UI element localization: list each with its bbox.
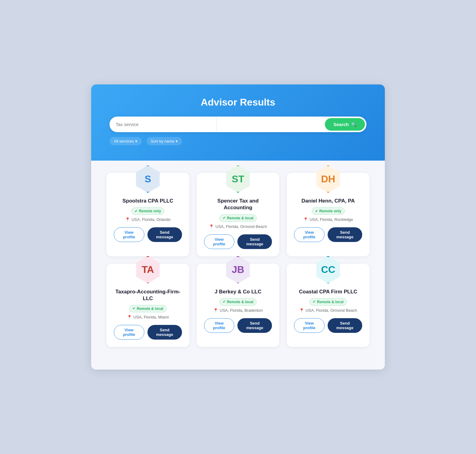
advisor-name: Daniel Henn, CPA, PA bbox=[294, 198, 362, 204]
advisor-card: TA Taxapro-Accounting-Firm-LLC ✔ Remote … bbox=[106, 264, 189, 347]
advisor-name: Taxapro-Accounting-Firm-LLC bbox=[114, 288, 182, 302]
advisor-card: ST Spencer Tax and Accounting ✔ Remote &… bbox=[197, 173, 280, 256]
location-row: 📍 USA, Florida, Orlando bbox=[114, 217, 182, 222]
avatar-initials: ST bbox=[225, 166, 251, 192]
view-profile-button[interactable]: View profile bbox=[294, 318, 325, 333]
all-services-filter[interactable]: All services bbox=[110, 137, 142, 145]
status-badge: ✔ Remote & local bbox=[219, 298, 257, 306]
check-icon: ✔ bbox=[315, 209, 318, 213]
avatar-wrapper: ST bbox=[224, 165, 252, 193]
filters-row: All services Sort by name bbox=[110, 137, 366, 145]
check-icon: ✔ bbox=[223, 216, 225, 220]
advisor-card: JB J Berkey & Co LLC ✔ Remote & local 📍 … bbox=[197, 264, 280, 347]
avatar: DH bbox=[314, 165, 342, 193]
badge-label: Remote & local bbox=[227, 216, 254, 220]
card-actions: View profile Send message bbox=[114, 227, 182, 242]
location-icon: 📍 bbox=[209, 224, 214, 229]
avatar: ST bbox=[224, 165, 252, 193]
avatar: JB bbox=[224, 256, 252, 284]
search-bar: Florida Search 🔍 bbox=[110, 117, 366, 132]
location-row: 📍 USA, Florida, Bradenton bbox=[204, 308, 272, 313]
status-badge: ✔ Remote & local bbox=[309, 298, 347, 306]
location-icon: 📍 bbox=[127, 315, 132, 319]
avatar: S bbox=[134, 165, 162, 193]
avatar-wrapper: DH bbox=[314, 165, 342, 193]
location-text: USA, Florida, Orlando bbox=[132, 217, 170, 222]
avatar-initials: DH bbox=[315, 166, 341, 192]
send-message-button[interactable]: Send message bbox=[328, 318, 362, 333]
avatar-initials: CC bbox=[315, 257, 341, 283]
advisor-card: CC Coastal CPA Firm PLLC ✔ Remote & loca… bbox=[287, 264, 370, 347]
view-profile-button[interactable]: View profile bbox=[294, 227, 325, 242]
card-actions: View profile Send message bbox=[204, 318, 272, 333]
location-row: 📍 USA, Florida, Ormond Beach bbox=[294, 308, 362, 313]
advisors-grid: S Spoolstra CPA PLLC ✔ Remote only 📍 USA… bbox=[106, 173, 370, 347]
page-wrapper: Advisor Results Florida Search 🔍 All ser… bbox=[91, 84, 385, 369]
status-badge: ✔ Remote only bbox=[131, 207, 164, 215]
badge-label: Remote only bbox=[319, 209, 341, 213]
card-actions: View profile Send message bbox=[204, 234, 272, 249]
service-search-input[interactable] bbox=[110, 117, 217, 131]
check-icon: ✔ bbox=[132, 307, 135, 311]
location-text: USA, Florida, Ormond Beach bbox=[306, 308, 357, 313]
location-text: USA, Florida, Ormond Beach bbox=[215, 224, 267, 229]
advisor-name: Spoolstra CPA PLLC bbox=[114, 198, 182, 204]
avatar: TA bbox=[134, 256, 162, 284]
location-text: USA, Florida, Rockledge bbox=[310, 217, 353, 222]
card-actions: View profile Send message bbox=[294, 318, 362, 333]
send-message-button[interactable]: Send message bbox=[237, 234, 272, 249]
view-profile-button[interactable]: View profile bbox=[204, 234, 235, 249]
view-profile-button[interactable]: View profile bbox=[204, 318, 235, 333]
advisor-name: Coastal CPA Firm PLLC bbox=[294, 288, 362, 295]
status-badge: ✔ Remote & local bbox=[129, 305, 167, 312]
send-message-button[interactable]: Send message bbox=[147, 325, 182, 340]
location-icon: 📍 bbox=[303, 217, 308, 222]
send-message-button[interactable]: Send message bbox=[328, 227, 362, 242]
advisor-name: Spencer Tax and Accounting bbox=[204, 198, 272, 211]
results-section: S Spoolstra CPA PLLC ✔ Remote only 📍 USA… bbox=[91, 161, 385, 369]
chevron-down-icon bbox=[135, 139, 137, 143]
badge-label: Remote & local bbox=[227, 300, 254, 304]
check-icon: ✔ bbox=[223, 300, 225, 304]
badge-label: Remote & local bbox=[137, 307, 163, 311]
chevron-down-icon bbox=[176, 139, 178, 143]
avatar-wrapper: S bbox=[134, 165, 162, 193]
location-row: 📍 USA, Florida, Rockledge bbox=[294, 217, 362, 222]
send-message-button[interactable]: Send message bbox=[237, 318, 272, 333]
sort-by-filter[interactable]: Sort by name bbox=[147, 137, 182, 145]
avatar-initials: TA bbox=[135, 257, 161, 283]
avatar-wrapper: CC bbox=[314, 256, 342, 284]
location-text: USA, Florida, Bradenton bbox=[220, 308, 263, 313]
advisor-card: DH Daniel Henn, CPA, PA ✔ Remote only 📍 … bbox=[287, 173, 370, 256]
check-icon: ✔ bbox=[135, 209, 137, 213]
card-actions: View profile Send message bbox=[114, 325, 182, 340]
location-text: USA, Florida, Miami bbox=[133, 315, 169, 319]
location-icon: 📍 bbox=[299, 308, 304, 313]
view-profile-button[interactable]: View profile bbox=[114, 325, 144, 340]
search-icon: 🔍 bbox=[351, 122, 356, 127]
status-badge: ✔ Remote only bbox=[312, 207, 345, 215]
card-actions: View profile Send message bbox=[294, 227, 362, 242]
location-icon: 📍 bbox=[125, 217, 130, 222]
header-section: Advisor Results Florida Search 🔍 All ser… bbox=[91, 84, 385, 161]
avatar-initials: S bbox=[135, 166, 161, 192]
all-services-label: All services bbox=[114, 139, 134, 143]
location-row: 📍 USA, Florida, Ormond Beach bbox=[204, 224, 272, 229]
advisor-card: S Spoolstra CPA PLLC ✔ Remote only 📍 USA… bbox=[106, 173, 189, 256]
search-button[interactable]: Search 🔍 bbox=[325, 118, 365, 131]
avatar-wrapper: JB bbox=[224, 256, 252, 284]
view-profile-button[interactable]: View profile bbox=[114, 227, 144, 242]
advisor-name: J Berkey & Co LLC bbox=[204, 288, 272, 295]
sort-by-label: Sort by name bbox=[151, 139, 174, 143]
avatar: CC bbox=[314, 256, 342, 284]
check-icon: ✔ bbox=[313, 300, 315, 304]
location-icon: 📍 bbox=[213, 308, 218, 313]
location-row: 📍 USA, Florida, Miami bbox=[114, 315, 182, 319]
avatar-wrapper: TA bbox=[134, 256, 162, 284]
status-badge: ✔ Remote & local bbox=[219, 214, 257, 222]
badge-label: Remote & local bbox=[317, 300, 344, 304]
search-button-label: Search bbox=[333, 122, 349, 127]
location-search-input[interactable]: Florida bbox=[217, 117, 323, 131]
page-title: Advisor Results bbox=[110, 97, 366, 108]
send-message-button[interactable]: Send message bbox=[147, 227, 182, 242]
